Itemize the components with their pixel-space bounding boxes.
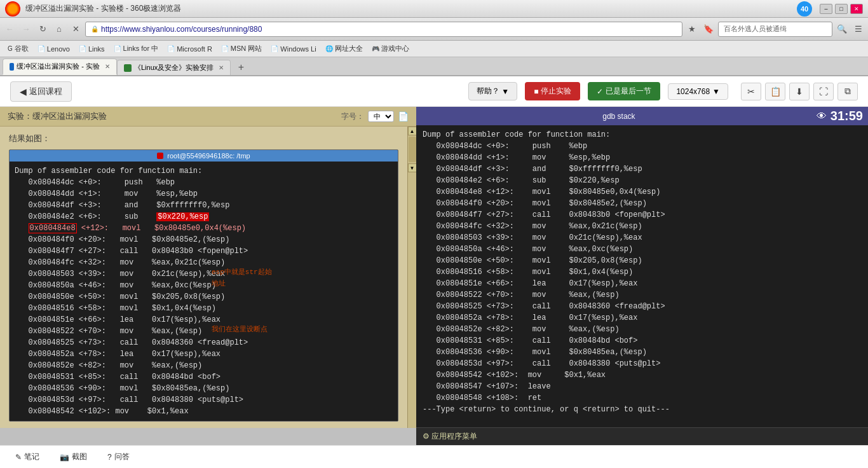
bookmark-lenovo[interactable]: 📄 Lenovo: [34, 44, 74, 54]
asm-line-5: 0x080484f0 <+20>: movl $0x80485e2,(%esp): [15, 234, 393, 245]
help-button[interactable]: 帮助？ ▼: [468, 82, 517, 100]
app-menu-button[interactable]: ⚙ 应用程序菜单: [423, 431, 477, 442]
font-size-select[interactable]: 中 小 大: [368, 111, 394, 122]
right-asm-19: 0x0804853d <+97>: call 0x8048380 <puts@p…: [423, 358, 862, 369]
home-button[interactable]: ⌂: [52, 22, 66, 36]
right-asm-8: 0x08048503 <+39>: mov 0x21c(%esp),%eax: [423, 232, 862, 244]
right-asm-5: 0x080484f0 <+20>: movl $0x80485e2,(%esp): [423, 198, 862, 209]
bookmark-microsoft[interactable]: 📄 Microsoft R: [163, 44, 216, 54]
favorites-button[interactable]: ★: [685, 22, 699, 36]
bookmark-links[interactable]: 📄 Links: [75, 44, 109, 54]
address-bar[interactable]: 🔒 https://www.shiyanlou.com/courses/runn…: [85, 22, 682, 37]
last-section-label: 已是最后一节: [606, 86, 651, 97]
bookmark-google[interactable]: G 谷歌: [4, 43, 32, 55]
bookmark-label-microsoft: Microsoft R: [177, 45, 212, 53]
camera-icon: 📷: [60, 453, 69, 462]
check-icon: ✓: [597, 87, 603, 96]
tab-add-button[interactable]: +: [233, 60, 248, 75]
tab-buffer-overflow[interactable]: 缓冲区溢出漏洞实验 - 实验 ✕: [3, 59, 117, 75]
external-button[interactable]: ⧉: [837, 83, 858, 100]
tab-label-1: 缓冲区溢出漏洞实验 - 实验: [17, 62, 100, 71]
question-icon: ?: [107, 453, 112, 462]
tab-close-2[interactable]: ✕: [219, 64, 224, 71]
tab-close-1[interactable]: ✕: [105, 63, 110, 70]
asm-line-14: 0x08048525 <+73>: call 0x8048360 <fread@…: [15, 337, 393, 348]
scroll-thumb[interactable]: [409, 137, 416, 162]
bookmark-windows[interactable]: 📄 Windows Li: [267, 44, 320, 54]
asm-line-3: 0x080484e2 <+6>: sub $0x220,%esp: [15, 211, 393, 223]
bookmark-icon-weburl: 🌐: [325, 45, 333, 52]
app-menu-label: 应用程序菜单: [431, 432, 477, 441]
left-scrollbar[interactable]: ▲ ▼: [407, 127, 416, 428]
right-asm-10: 0x0804850e <+50>: movl $0x205,0x8(%esp): [423, 255, 862, 266]
minimize-button[interactable]: –: [820, 4, 832, 14]
asm-line-13: 0x08048522 <+70>: mov %eax,(%esp)我们在这里设断…: [15, 326, 393, 337]
right-asm-21: 0x08048547 <+107>: leave: [423, 381, 862, 392]
terminal-titlebar: root@55496946188c: /tmp: [10, 150, 398, 162]
refresh-button[interactable]: ↻: [36, 22, 50, 36]
bookmark-label-links-zh: Links for 中: [123, 44, 159, 53]
document-icon[interactable]: 📄: [398, 111, 409, 121]
tab-label-2: 《Linux及安全》实验安排: [134, 63, 214, 72]
left-panel: 实验：缓冲区溢出漏洞实验 字号： 中 小 大 📄 结果如图：: [0, 107, 416, 428]
timer-badge: 40: [797, 1, 812, 17]
bookmarks-bar: G 谷歌 📄 Lenovo 📄 Links 📄 Links for 中 📄 Mi…: [0, 41, 868, 57]
copy-button[interactable]: 📋: [765, 83, 785, 100]
bookmark-button[interactable]: 🔖: [702, 22, 715, 36]
settings-icon[interactable]: ☰: [851, 22, 865, 36]
stop-loading-button[interactable]: ✕: [69, 22, 83, 36]
forward-button[interactable]: →: [19, 22, 33, 36]
bookmark-links-zh[interactable]: 📄 Links for 中: [110, 43, 163, 55]
addr-highlight: 0x080484e8: [29, 223, 77, 233]
tab-favicon-2: [124, 64, 132, 72]
screenshot-button[interactable]: 📷 截图: [55, 449, 92, 465]
question-label: 问答: [114, 451, 130, 462]
asm-line-1: 0x080484dd <+1>: mov %esp,%ebp: [15, 188, 393, 200]
bookmark-weburl[interactable]: 🌐 网址大全: [322, 43, 367, 55]
bookmark-icon-lenovo: 📄: [37, 45, 45, 52]
close-button[interactable]: ✕: [850, 4, 863, 14]
scroll-down-button[interactable]: ▼: [408, 163, 417, 172]
bookmark-msn[interactable]: 📄 MSN 网站: [217, 43, 266, 55]
terminal-title: root@55496946188c: /tmp: [167, 152, 250, 160]
scroll-up-button[interactable]: ▲: [408, 127, 417, 135]
bottom-left: ✎ 笔记 📷 截图 ? 问答: [0, 449, 848, 465]
bookmark-games[interactable]: 🎮 游戏中心: [368, 43, 413, 55]
search-icon[interactable]: 🔍: [835, 22, 849, 36]
asm-line-11: 0x08048516 <+58>: movl $0x1,0x4(%esp): [15, 303, 393, 314]
right-asm-20: 0x08048542 <+102>: mov $0x1,%eax: [423, 369, 862, 381]
terminal-body: Dump of assembler code for function main…: [10, 162, 398, 421]
font-controls: 字号： 中 小 大 📄: [341, 111, 409, 122]
url-text: https://www.shiyanlou.com/courses/runnin…: [101, 25, 262, 34]
browser-title: 缓冲区溢出漏洞实验 - 实验楼 - 360极速浏览器: [25, 3, 797, 14]
search-bar[interactable]: 百名外逃人员被通缉: [718, 22, 832, 37]
stop-experiment-button[interactable]: ■ 停止实验: [525, 82, 580, 100]
note-icon: ✎: [15, 453, 22, 462]
right-asm-4: 0x080484e8 <+12>: movl $0x80485e0,0x4(%e…: [423, 186, 862, 198]
left-panel-header: 实验：缓冲区溢出漏洞实验 字号： 中 小 大 📄: [0, 107, 416, 127]
titlebar-controls: 40 – □ ✕: [797, 1, 863, 17]
search-text: 百名外逃人员被通缉: [724, 24, 787, 34]
right-panel: gdb stack 👁 31:59 Dump of assembler code…: [416, 107, 868, 445]
browser-titlebar: 缓冲区溢出漏洞实验 - 实验楼 - 360极速浏览器 40 – □ ✕: [0, 0, 868, 18]
right-asm-11: 0x08048516 <+58>: movl $0x1,0x4(%esp): [423, 266, 862, 278]
cut-button[interactable]: ✂: [741, 83, 761, 100]
back-button[interactable]: ←: [3, 22, 17, 36]
bookmark-icon-links: 📄: [79, 45, 86, 52]
fullscreen-button[interactable]: ⛶: [813, 83, 834, 100]
right-asm-17: 0x08048531 <+85>: call 0x80484bd <bof>: [423, 335, 862, 347]
bookmark-label-google: 谷歌: [15, 44, 29, 53]
split-container: 实验：缓冲区溢出漏洞实验 字号： 中 小 大 📄 结果如图：: [0, 107, 868, 445]
download-button[interactable]: ⬇: [789, 83, 810, 100]
question-button[interactable]: ? 问答: [102, 449, 135, 465]
bookmark-label-windows: Windows Li: [280, 45, 316, 53]
right-asm-7: 0x080484fc <+32>: mov %eax,0x21c(%esp): [423, 221, 862, 232]
back-to-course-button[interactable]: ◀ 返回课程: [10, 81, 72, 102]
note-button[interactable]: ✎ 笔记: [10, 449, 44, 465]
bookmark-icon-links-zh: 📄: [114, 45, 121, 52]
last-section-button[interactable]: ✓ 已是最后一节: [588, 82, 660, 100]
eye-icon[interactable]: 👁: [817, 111, 827, 122]
resolution-button[interactable]: 1024x768 ▼: [668, 83, 728, 100]
tab-linux-security[interactable]: 《Linux及安全》实验安排 ✕: [117, 60, 231, 75]
maximize-button[interactable]: □: [835, 4, 848, 14]
